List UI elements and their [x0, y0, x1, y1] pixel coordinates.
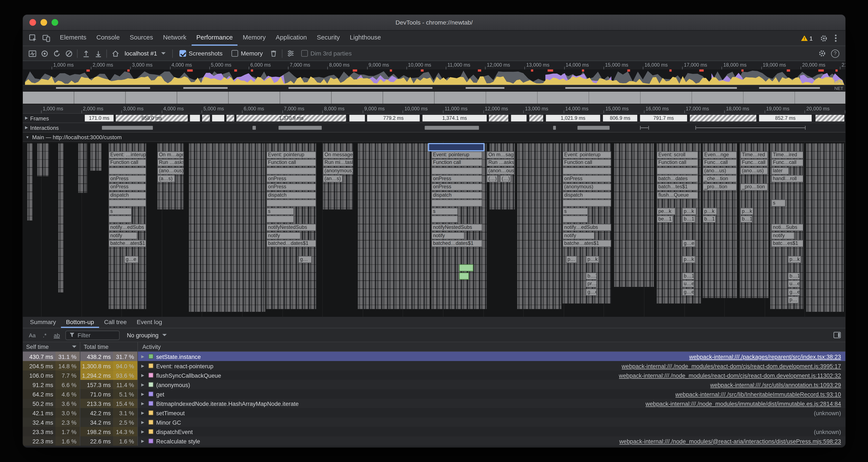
- flame-bar[interactable]: Run …asks: [487, 159, 515, 167]
- tab-elements[interactable]: Elements: [55, 31, 91, 46]
- flame-bar[interactable]: s: [771, 200, 785, 207]
- interaction-bar[interactable]: [578, 126, 610, 130]
- frame-segment[interactable]: 1,374.1 ms: [423, 115, 487, 122]
- window-titlebar[interactable]: DevTools - chrome://newtab/: [23, 15, 845, 31]
- panel-settings-gear-icon[interactable]: [816, 47, 828, 60]
- dock-panel-icon[interactable]: [833, 332, 841, 338]
- flame-bar-selected[interactable]: [428, 143, 485, 152]
- tab-performance[interactable]: Performance: [191, 31, 238, 46]
- flame-bar[interactable]: (anonymous): [323, 167, 353, 174]
- table-row[interactable]: 23.3 ms1.7 %198.2 ms14.3 %▶dispatchEvent…: [23, 427, 845, 436]
- frame-segment[interactable]: 806.9 ms: [603, 115, 637, 122]
- live-metrics-icon[interactable]: [26, 47, 38, 60]
- flame-bar[interactable]: batche…ates$1: [563, 240, 611, 247]
- flame-bar[interactable]: [656, 167, 698, 174]
- flame-bar[interactable]: batche…ates$1: [108, 240, 146, 247]
- filter-input[interactable]: Filter: [65, 330, 120, 340]
- flame-bar[interactable]: p…k: [682, 208, 696, 215]
- cpu-overview-track[interactable]: CPU: [23, 69, 845, 85]
- flame-bar[interactable]: (a…s): [157, 175, 175, 183]
- flame-bar[interactable]: s: [431, 208, 458, 215]
- frame-segment[interactable]: [202, 115, 210, 122]
- bottom-tab-bottom-up[interactable]: Bottom-up: [61, 317, 99, 328]
- flame-bar[interactable]: [431, 200, 482, 207]
- source-link[interactable]: webpack-internal:///./src/utils/annotati…: [710, 381, 841, 388]
- flame-bar[interactable]: u…e: [788, 280, 800, 288]
- flame-bar[interactable]: [459, 264, 473, 271]
- flame-subtree-texture[interactable]: [806, 143, 844, 312]
- flame-bar[interactable]: Func…call: [703, 159, 737, 167]
- flame-bar[interactable]: dispatch: [431, 192, 482, 199]
- frame-segment[interactable]: 1,370.9 ms: [237, 115, 346, 122]
- flame-bar[interactable]: [108, 200, 146, 207]
- source-link[interactable]: webpack-internal:///./src/lib/Inheritabl…: [675, 391, 841, 397]
- flame-bar[interactable]: Function call: [563, 159, 611, 167]
- frame-segment[interactable]: 791.7 ms: [640, 115, 687, 122]
- source-link[interactable]: webpack-internal:///./node_modules/@reac…: [619, 438, 841, 444]
- flame-bar[interactable]: b…1: [682, 272, 694, 279]
- flame-subtree-texture[interactable]: [358, 143, 430, 309]
- flame-bar[interactable]: (an…s): [323, 175, 343, 183]
- inspect-icon[interactable]: [26, 31, 39, 45]
- flame-bar[interactable]: g…e: [682, 240, 695, 247]
- frame-segment[interactable]: [226, 115, 234, 122]
- tab-memory[interactable]: Memory: [238, 31, 271, 46]
- flame-bar[interactable]: b…1: [788, 272, 800, 279]
- minimize-window-button[interactable]: [40, 19, 47, 26]
- frame-segment[interactable]: [349, 115, 365, 122]
- frame-segment[interactable]: 171.0 ms: [85, 115, 114, 122]
- flame-bar[interactable]: _che…tion: [703, 175, 737, 183]
- whole-word-toggle[interactable]: ab: [52, 332, 62, 339]
- flame-bar[interactable]: _pro…tion: [740, 184, 768, 191]
- flame-bar[interactable]: Function call: [656, 159, 698, 167]
- table-row[interactable]: 91.2 ms6.6 %157.3 ms11.4 %▶(anonymous)we…: [23, 380, 845, 389]
- flame-bar[interactable]: p…k: [788, 256, 801, 263]
- flame-bar[interactable]: notify…edSubs: [563, 224, 611, 231]
- frame-segment[interactable]: 779.2 ms: [367, 115, 420, 122]
- column-header-self-time[interactable]: Self time: [23, 342, 81, 351]
- flame-subtree-texture[interactable]: [37, 143, 49, 176]
- flame-bar[interactable]: noti…Subs: [771, 224, 803, 231]
- interactions-track[interactable]: ▶ Interactions: [23, 123, 845, 133]
- flame-subtree-texture[interactable]: [517, 143, 561, 309]
- flame-bar[interactable]: (ano…us): [740, 167, 768, 174]
- flame-subtree-texture[interactable]: [90, 143, 101, 171]
- expand-icon[interactable]: ▶: [141, 420, 146, 424]
- interaction-bar[interactable]: [640, 126, 649, 130]
- expand-icon[interactable]: ▶: [141, 373, 146, 377]
- flame-bar[interactable]: (…): [500, 175, 511, 183]
- flame-bar[interactable]: Function call: [431, 159, 482, 167]
- flame-bar[interactable]: p…k: [586, 256, 599, 263]
- table-row[interactable]: 32.4 ms2.3 %34.2 ms2.5 %▶Minor GC: [23, 418, 845, 427]
- flame-bar[interactable]: On m…age: [157, 151, 184, 158]
- flame-bar[interactable]: (…): [487, 175, 498, 183]
- flame-bar[interactable]: [431, 216, 458, 223]
- throttling-sliders-icon[interactable]: [284, 47, 297, 60]
- main-thread-header[interactable]: ▼ Main — http://localhost:3000/custom: [23, 133, 845, 142]
- flame-bar[interactable]: later: [771, 167, 789, 174]
- expand-icon[interactable]: ▶: [141, 401, 146, 406]
- flame-bar[interactable]: [431, 167, 482, 174]
- source-link[interactable]: webpack-internal:///./node_modules/react…: [622, 363, 841, 369]
- flame-bar[interactable]: (ano…ous): [157, 167, 184, 174]
- tab-sources[interactable]: Sources: [125, 31, 158, 46]
- timeline-ruler[interactable]: 1,000 ms2,000 ms3,000 ms4,000 ms5,000 ms…: [23, 104, 845, 113]
- flame-subtree-texture[interactable]: [27, 143, 33, 221]
- bottom-tab-summary[interactable]: Summary: [25, 317, 61, 328]
- flame-bar[interactable]: onPress: [563, 175, 611, 183]
- flame-bar[interactable]: Event: scroll: [656, 151, 698, 158]
- tab-lighthouse[interactable]: Lighthouse: [345, 31, 386, 46]
- flame-bar[interactable]: s: [266, 208, 294, 215]
- flame-bar[interactable]: notify: [431, 232, 465, 239]
- table-row[interactable]: 22.3 ms1.6 %22.6 ms1.6 %▶Recalculate sty…: [23, 436, 845, 446]
- interaction-bar[interactable]: [695, 126, 806, 130]
- memory-checkbox[interactable]: Memory: [231, 50, 263, 57]
- frame-segment[interactable]: [190, 115, 200, 122]
- expand-icon[interactable]: ▶: [141, 364, 146, 368]
- screenshots-checkbox[interactable]: Screenshots: [179, 50, 222, 57]
- flame-subtree-texture[interactable]: [614, 143, 654, 287]
- flame-bar[interactable]: onPress: [108, 184, 146, 191]
- flame-bar[interactable]: onPress: [431, 184, 482, 191]
- flame-bar[interactable]: (anon…ous): [487, 167, 515, 174]
- frame-segment[interactable]: [529, 115, 543, 122]
